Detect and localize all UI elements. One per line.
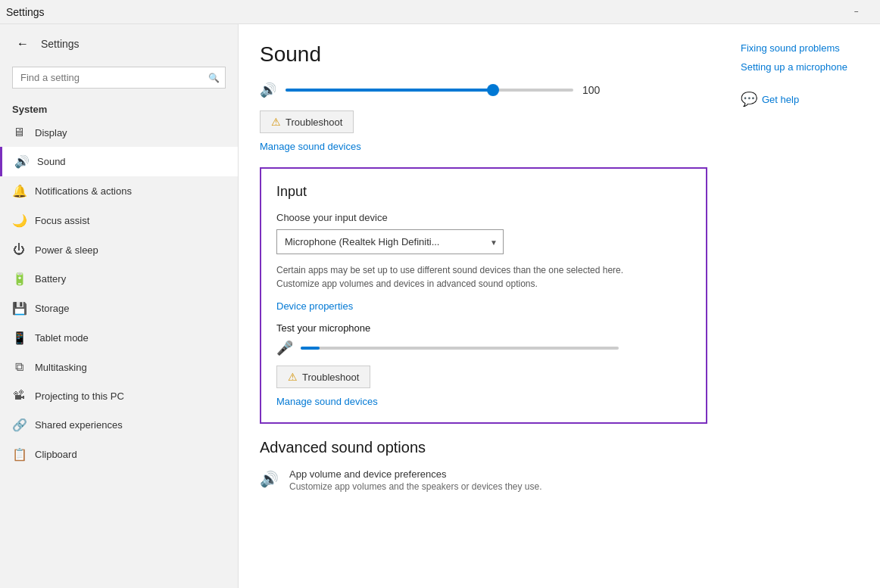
volume-value: 100 <box>582 84 610 96</box>
input-section-title: Input <box>276 184 691 200</box>
sidebar-item-projecting-label: Projecting to this PC <box>35 390 124 402</box>
get-help-link[interactable]: Get help <box>762 94 799 105</box>
sidebar-item-multitasking[interactable]: ⧉ Multitasking <box>0 353 238 381</box>
minimize-button[interactable]: − <box>839 0 874 24</box>
right-panel: Fixing sound problems Setting up a micro… <box>729 24 880 588</box>
sidebar-item-tablet-label: Tablet mode <box>35 332 89 344</box>
volume-row: 🔊 100 <box>260 82 707 98</box>
back-button[interactable]: ← <box>12 33 33 54</box>
test-microphone-label: Test your microphone <box>276 322 691 334</box>
manage-devices-link-input[interactable]: Manage sound devices <box>276 396 691 407</box>
sidebar-item-storage-label: Storage <box>35 303 70 314</box>
choose-device-label: Choose your input device <box>276 212 691 223</box>
main-layout: ← Settings 🔍 System 🖥 Display 🔊 Sound <box>0 24 880 588</box>
slider-thumb <box>487 84 499 96</box>
back-icon: ← <box>17 37 29 51</box>
sidebar-header: ← Settings <box>0 24 238 64</box>
troubleshoot-label-output: Troubleshoot <box>286 117 342 128</box>
storage-icon: 💾 <box>12 301 26 316</box>
sidebar-item-battery-label: Battery <box>35 273 66 285</box>
notifications-icon: 🔔 <box>12 184 26 198</box>
sidebar-item-projecting[interactable]: 📽 Projecting to this PC <box>0 381 238 410</box>
sidebar-item-shared-label: Shared experiences <box>35 419 123 431</box>
sidebar-item-power-label: Power & sleep <box>35 244 98 256</box>
titlebar: Settings − <box>0 0 880 24</box>
advanced-section-title: Advanced sound options <box>260 439 707 456</box>
page-title: Sound <box>260 42 707 67</box>
device-select-wrapper: Microphone (Realtek High Definiti... ▼ <box>276 229 504 254</box>
sidebar-item-shared[interactable]: 🔗 Shared experiences <box>0 410 238 440</box>
sound-icon: 🔊 <box>14 154 28 169</box>
sidebar-item-battery[interactable]: 🔋 Battery <box>0 264 238 294</box>
mic-test-row: 🎤 <box>276 340 691 356</box>
troubleshoot-button-input[interactable]: ⚠ Troubleshoot <box>276 366 370 388</box>
manage-devices-link-output[interactable]: Manage sound devices <box>260 141 707 152</box>
sidebar: ← Settings 🔍 System 🖥 Display 🔊 Sound <box>0 24 239 588</box>
sidebar-item-storage[interactable]: 💾 Storage <box>0 294 238 323</box>
titlebar-controls: − <box>839 0 874 24</box>
battery-icon: 🔋 <box>12 272 26 286</box>
sidebar-item-sound[interactable]: 🔊 Sound <box>0 147 238 176</box>
search-icon: 🔍 <box>208 73 220 83</box>
sidebar-item-display[interactable]: 🖥 Display <box>0 118 238 147</box>
sidebar-item-notifications[interactable]: 🔔 Notifications & actions <box>0 176 238 206</box>
advanced-item-desc: Customize app volumes and the speakers o… <box>289 481 542 492</box>
search-input[interactable] <box>12 67 226 89</box>
device-properties-link[interactable]: Device properties <box>276 300 353 312</box>
slider-track <box>286 89 573 92</box>
troubleshoot-label-input: Troubleshoot <box>302 372 359 383</box>
shared-icon: 🔗 <box>12 418 26 432</box>
sidebar-item-clipboard[interactable]: 📋 Clipboard <box>0 440 238 469</box>
advanced-item-text: App volume and device preferences Custom… <box>289 468 542 492</box>
clipboard-icon: 📋 <box>12 447 26 462</box>
microphone-icon: 🎤 <box>276 340 293 356</box>
tablet-icon: 📱 <box>12 331 26 345</box>
sidebar-item-sound-label: Sound <box>37 156 66 167</box>
warning-icon-input: ⚠ <box>288 371 298 383</box>
advanced-item-title: App volume and device preferences <box>289 468 542 480</box>
display-icon: 🖥 <box>12 126 26 139</box>
sidebar-item-power[interactable]: ⏻ Power & sleep <box>0 235 238 264</box>
input-section-box: Input Choose your input device Microphon… <box>260 167 707 424</box>
sidebar-item-multitasking-label: Multitasking <box>35 362 87 373</box>
power-icon: ⏻ <box>12 243 26 257</box>
titlebar-title: Settings <box>6 6 45 18</box>
advanced-item-app-volume: 🔊 App volume and device preferences Cust… <box>260 468 707 492</box>
volume-slider[interactable] <box>286 82 573 98</box>
search-box: 🔍 <box>12 67 226 89</box>
slider-fill <box>286 89 493 92</box>
fixing-sound-link[interactable]: Fixing sound problems <box>741 42 868 54</box>
sidebar-item-notifications-label: Notifications & actions <box>35 185 132 197</box>
sidebar-item-tablet[interactable]: 📱 Tablet mode <box>0 323 238 353</box>
sidebar-item-display-label: Display <box>35 127 67 138</box>
sidebar-item-focus[interactable]: 🌙 Focus assist <box>0 206 238 235</box>
troubleshoot-button-output[interactable]: ⚠ Troubleshoot <box>260 110 354 133</box>
sidebar-item-clipboard-label: Clipboard <box>35 449 77 460</box>
get-help-row: 💬 Get help <box>741 91 868 107</box>
warning-icon-output: ⚠ <box>271 116 281 128</box>
get-help-icon: 💬 <box>741 91 757 107</box>
input-info-text: Certain apps may be set up to use differ… <box>276 263 625 291</box>
app-title: Settings <box>41 38 80 50</box>
setting-up-mic-link[interactable]: Setting up a microphone <box>741 61 868 73</box>
system-section-label: System <box>0 98 238 118</box>
projecting-icon: 📽 <box>12 389 26 403</box>
mic-level-fill <box>301 347 320 350</box>
advanced-volume-icon: 🔊 <box>260 470 279 488</box>
sidebar-nav: 🖥 Display 🔊 Sound 🔔 Notifications & acti… <box>0 118 238 588</box>
sidebar-item-focus-label: Focus assist <box>35 215 89 226</box>
multitasking-icon: ⧉ <box>12 360 26 374</box>
volume-icon: 🔊 <box>260 82 276 98</box>
titlebar-left: Settings <box>6 6 45 18</box>
content-area: Sound 🔊 100 ⚠ Troubleshoot Manage sound … <box>239 24 729 588</box>
mic-level-track <box>301 347 619 350</box>
focus-icon: 🌙 <box>12 213 26 228</box>
input-device-select[interactable]: Microphone (Realtek High Definiti... <box>276 229 504 254</box>
